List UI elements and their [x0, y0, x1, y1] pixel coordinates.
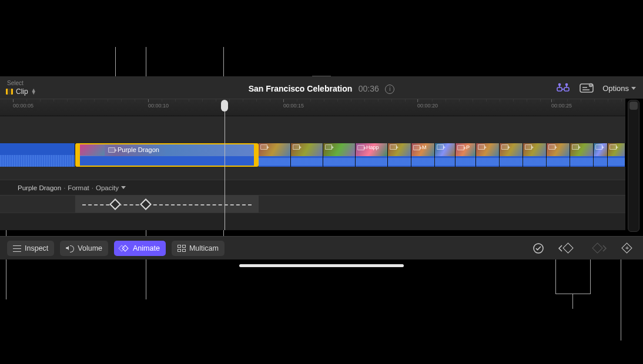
- ruler-label: 00:00:20: [417, 103, 438, 109]
- video-icon: [357, 145, 364, 150]
- clip-name: M: [422, 144, 427, 150]
- clip[interactable]: [388, 143, 411, 167]
- clip-selector[interactable]: Clip ▲▼: [6, 87, 36, 96]
- volume-icon: [66, 245, 74, 252]
- animate-button[interactable]: Animate: [114, 241, 166, 256]
- video-icon: [478, 144, 485, 150]
- clip[interactable]: [291, 143, 323, 167]
- video-icon: [108, 147, 115, 153]
- clip[interactable]: P: [456, 143, 476, 167]
- video-icon: [457, 145, 464, 150]
- video-icon: [413, 145, 420, 150]
- svg-point-2: [559, 84, 561, 86]
- timeline-scrollbar[interactable]: [628, 100, 639, 232]
- add-keyframe-button[interactable]: [621, 242, 632, 254]
- animate-icon: [120, 245, 129, 252]
- multicam-button[interactable]: Multicam: [172, 241, 225, 256]
- options-menu[interactable]: Options: [602, 84, 636, 93]
- video-icon: [390, 144, 397, 150]
- keyframe-curve[interactable]: [82, 204, 252, 205]
- options-label: Options: [602, 84, 629, 93]
- solo-button[interactable]: [533, 242, 544, 254]
- clip[interactable]: [594, 143, 608, 167]
- prev-keyframe-button[interactable]: [562, 242, 574, 254]
- clip-name: Happ: [366, 144, 379, 150]
- ruler-ticks: [0, 99, 625, 102]
- video-icon: [572, 144, 579, 150]
- clip[interactable]: [570, 143, 594, 167]
- clip[interactable]: [259, 143, 291, 167]
- clip[interactable]: [435, 143, 456, 167]
- connected-clips-icon[interactable]: [555, 82, 571, 94]
- chevron-down-icon: [121, 186, 126, 189]
- clip[interactable]: [523, 143, 547, 167]
- sliders-icon: [13, 245, 21, 252]
- ruler-label: 00:00:15: [283, 103, 304, 109]
- select-label: Select: [7, 80, 24, 86]
- video-icon: [293, 144, 300, 150]
- volume-button[interactable]: Volume: [60, 241, 108, 256]
- clip-selector-label: Clip: [16, 87, 28, 96]
- clip-icon: [6, 89, 13, 95]
- clip-name: Purple Dragon: [118, 146, 159, 153]
- callout-line: [572, 294, 573, 309]
- callout-line: [555, 294, 591, 294]
- home-indicator: [239, 264, 404, 267]
- video-icon: [609, 144, 617, 150]
- keyframe-region: [75, 196, 259, 213]
- video-icon: [501, 144, 508, 150]
- next-keyframe-button: [591, 242, 603, 254]
- callout-line: [621, 258, 621, 341]
- chevron-down-icon: [631, 87, 636, 90]
- svg-rect-1: [564, 87, 569, 91]
- clip[interactable]: [323, 143, 356, 167]
- clip[interactable]: [500, 143, 523, 167]
- captions-icon[interactable]: [579, 82, 594, 94]
- playhead-handle[interactable]: [221, 100, 228, 112]
- video-icon: [525, 144, 532, 150]
- callout-line: [555, 258, 556, 294]
- selected-clip[interactable]: Purple Dragon: [75, 143, 259, 167]
- video-icon: [325, 144, 332, 150]
- clip[interactable]: [608, 143, 625, 167]
- multicam-icon: [178, 245, 186, 252]
- crumb-sep: ·: [63, 184, 65, 191]
- video-icon: [595, 144, 602, 150]
- time-ruler[interactable]: 00:00:05 00:00:10 00:00:15 00:00:20 00:0…: [0, 99, 625, 116]
- lane-spacer: [0, 213, 625, 230]
- svg-rect-0: [557, 87, 562, 91]
- keyframe-lane[interactable]: [0, 195, 625, 213]
- video-icon: [260, 144, 267, 150]
- info-icon[interactable]: i: [385, 85, 394, 94]
- scrollbar-thumb[interactable]: [629, 102, 638, 110]
- clip-trim-end[interactable]: [254, 144, 257, 166]
- clip[interactable]: [547, 143, 570, 167]
- inspect-button[interactable]: Inspect: [7, 241, 54, 256]
- ruler-label: 00:00:25: [551, 103, 572, 109]
- lane-parameter-menu[interactable]: Opacity: [96, 184, 126, 191]
- lane-clip-name: Purple Dragon: [18, 184, 61, 191]
- crumb-sep: ·: [92, 184, 93, 191]
- updown-icon: ▲▼: [31, 89, 36, 95]
- bottom-toolbar: Inspect Volume Animate Multicam: [0, 236, 643, 259]
- clip[interactable]: Happ: [356, 143, 388, 167]
- ruler-label: 00:00:10: [148, 103, 169, 109]
- callout-line: [590, 258, 591, 294]
- keyframe-lane-header: Purple Dragon · Format · Opacity: [0, 180, 625, 195]
- clip[interactable]: [0, 143, 75, 167]
- primary-storyline[interactable]: Purple Dragon HappMP: [0, 143, 625, 167]
- svg-point-3: [566, 84, 568, 86]
- clip[interactable]: [476, 143, 500, 167]
- video-icon: [548, 144, 555, 150]
- video-icon: [437, 144, 444, 150]
- lane-category-menu[interactable]: Format: [68, 184, 89, 191]
- keyframe[interactable]: [140, 198, 152, 210]
- clip[interactable]: M: [411, 143, 435, 167]
- ruler-label: 00:00:05: [13, 103, 34, 109]
- keyframe[interactable]: [109, 198, 121, 210]
- clip-name: P: [466, 144, 470, 150]
- timeline-header: [0, 76, 643, 99]
